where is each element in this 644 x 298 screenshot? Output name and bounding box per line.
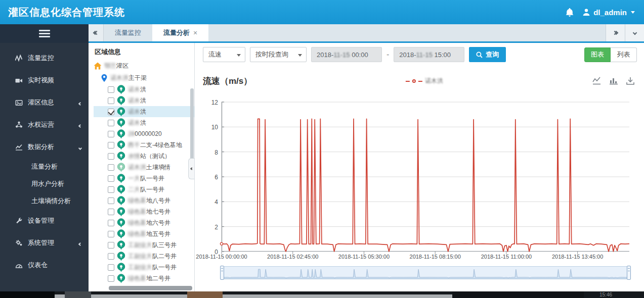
- sidebar-item-label: 设备管理: [28, 216, 54, 225]
- tree-checkbox[interactable]: [108, 164, 114, 171]
- tabs-menu-button[interactable]: [625, 24, 644, 41]
- sidebar-item-label: 仪表仓: [28, 261, 48, 270]
- tree-checkbox[interactable]: [108, 253, 114, 260]
- search-button[interactable]: 查询: [469, 47, 506, 62]
- datazoom-left-handle[interactable]: [220, 266, 224, 280]
- tab-close-icon[interactable]: ×: [193, 29, 197, 37]
- tree-leaf-node[interactable]: 绿色基地八号井: [94, 195, 194, 206]
- region-tree-panel: 区域信息 鄂兰灌区诺木洪主干渠诺木洪诺木洪诺木洪诺木洪2800000020西干二…: [89, 43, 195, 291]
- tree-node-label: 一大队一号井: [128, 174, 164, 183]
- tree-checkbox[interactable]: [108, 197, 114, 204]
- tree-checkbox[interactable]: [108, 142, 114, 148]
- date-from-input[interactable]: 2018-11-15 00:00: [311, 47, 382, 62]
- tree-checkbox[interactable]: [108, 153, 114, 160]
- query-type-select[interactable]: 按时段查询: [250, 47, 307, 62]
- station-pin-icon: [117, 129, 125, 139]
- app-window: 灌区信息化综合管理系统 dl_admin 流量监控 流量分析: [0, 0, 644, 298]
- station-pin-icon: [117, 174, 125, 183]
- tree-leaf-node[interactable]: 西干二支-4绿色基地: [94, 139, 194, 151]
- tree-leaf-node[interactable]: 绿色基地五号井: [94, 228, 194, 239]
- tree-node-label: 绿色基地八号井: [128, 196, 170, 205]
- chevron-left-icon: [79, 99, 81, 107]
- tree-leaf-node[interactable]: 工副业大队三号井: [94, 239, 194, 251]
- download-icon[interactable]: [626, 77, 635, 85]
- tabs-scroll-left-button[interactable]: [89, 24, 104, 41]
- panel-collapse-handle[interactable]: [188, 158, 195, 179]
- chart-view-button[interactable]: 图表: [584, 47, 611, 62]
- y-axis-label: 2: [206, 224, 218, 231]
- tree-root-node[interactable]: 鄂兰灌区: [94, 60, 194, 72]
- sidebar-item-label: 流量监控: [28, 54, 54, 63]
- legend-item[interactable]: 诺木洪: [406, 77, 443, 85]
- sidebar-subitem-土壤墒情分析[interactable]: 土壤墒情分析: [0, 192, 89, 210]
- tree-leaf-node[interactable]: 二大队一号井: [94, 184, 194, 195]
- line-chart-icon[interactable]: [592, 77, 602, 85]
- sidebar-item-7[interactable]: 仪表仓: [0, 254, 89, 276]
- tree-checkbox[interactable]: [108, 209, 114, 215]
- tree-checkbox[interactable]: [108, 175, 114, 182]
- tree-leaf-node[interactable]: 工副业大队一号井: [94, 262, 194, 273]
- y-axis-label: 6: [206, 174, 218, 181]
- tree-leaf-node[interactable]: 2800000020: [94, 128, 194, 139]
- sidebar-subitem-流量分析[interactable]: 流量分析: [0, 158, 89, 175]
- tree-checkbox[interactable]: [108, 220, 114, 226]
- chevron-down-icon: [79, 143, 81, 151]
- datazoom-slider[interactable]: [222, 266, 629, 279]
- tree-leaf-node[interactable]: 绿色基地二号井: [94, 273, 194, 284]
- x-axis-label: 2018-11-15 08:15:00: [395, 254, 476, 260]
- tree-checkbox[interactable]: [108, 231, 114, 237]
- tree-node-label: 绿色基地二号井: [128, 274, 170, 283]
- sidebar-item-4[interactable]: 数据分析: [0, 136, 89, 158]
- tree-leaf-node[interactable]: 绿色基地六号井: [94, 217, 194, 228]
- station-pin-icon: [117, 152, 125, 161]
- tree-leaf-node[interactable]: 一大队一号井: [94, 173, 194, 184]
- tree-leaf-node[interactable]: 诺木洪: [94, 84, 194, 95]
- sidebar-item-5[interactable]: 设备管理: [0, 210, 89, 232]
- user-caret-icon: [631, 11, 635, 14]
- tree-leaf-node[interactable]: 工副业大队二号井: [94, 251, 194, 262]
- sidebar-item-2[interactable]: 灌区信息: [0, 91, 89, 114]
- tree-branch-node[interactable]: 诺木洪主干渠: [94, 72, 194, 84]
- sidebar-item-6[interactable]: 系统管理: [0, 232, 89, 254]
- tree-horizontal-scrollbar[interactable]: [109, 286, 192, 290]
- tabs-scroll-right-button[interactable]: [606, 24, 625, 41]
- station-pin-icon: [117, 252, 125, 261]
- tree-checkbox[interactable]: [108, 97, 114, 104]
- notification-bell-icon[interactable]: [565, 8, 574, 17]
- tree-leaf-node[interactable]: 诺木洪: [94, 106, 194, 117]
- tree-leaf-node[interactable]: 绿色基地七号井: [94, 206, 194, 217]
- tree-leaf-node[interactable]: 诺木洪土壤墒情: [94, 162, 194, 173]
- tree-checkbox[interactable]: [108, 186, 114, 193]
- sidebar-item-0[interactable]: 流量监控: [0, 47, 89, 69]
- sidebar-subitem-用水户分析[interactable]: 用水户分析: [0, 175, 89, 192]
- sidebar-item-1[interactable]: 实时视频: [0, 69, 89, 91]
- user-icon: [582, 8, 590, 16]
- date-to-input[interactable]: 2018-11-15 15:00: [394, 47, 464, 62]
- list-view-button[interactable]: 列表: [611, 47, 637, 62]
- station-pin-icon: [117, 240, 125, 250]
- tree-leaf-node[interactable]: 水情站（测试）: [94, 151, 194, 162]
- sidebar-item-3[interactable]: 水权运营: [0, 114, 89, 136]
- tree-node-label: 诺木洪: [128, 108, 146, 116]
- tree-leaf-node[interactable]: 诺木洪: [94, 95, 194, 106]
- station-pin-icon: [117, 140, 125, 150]
- sidebar-toggle-button[interactable]: [0, 24, 89, 43]
- user-menu[interactable]: dl_admin: [582, 8, 635, 17]
- tab-flow-analysis[interactable]: 流量分析 ×: [152, 24, 208, 41]
- tree-checkbox[interactable]: [108, 275, 114, 282]
- metric-select[interactable]: 流速: [203, 47, 245, 62]
- tree-leaf-node[interactable]: 诺木洪: [94, 117, 194, 128]
- x-axis-label: 2018-11-15 13:45:00: [537, 254, 618, 260]
- datazoom-right-handle[interactable]: [627, 266, 631, 280]
- station-pin-icon: [117, 85, 125, 94]
- collapse-left-icon: [190, 167, 193, 170]
- tree-checkbox[interactable]: [108, 120, 114, 126]
- tree-checkbox[interactable]: [108, 242, 114, 249]
- x-axis-labels: 2018-11-15 00:00:002018-11-15 02:45:0020…: [222, 254, 629, 262]
- tree-checkbox[interactable]: [108, 109, 114, 115]
- tree-checkbox[interactable]: [108, 131, 114, 137]
- tree-checkbox[interactable]: [108, 264, 114, 271]
- tree-checkbox[interactable]: [108, 86, 114, 93]
- tab-flow-monitor[interactable]: 流量监控: [104, 24, 152, 41]
- bar-chart-icon[interactable]: [609, 77, 618, 85]
